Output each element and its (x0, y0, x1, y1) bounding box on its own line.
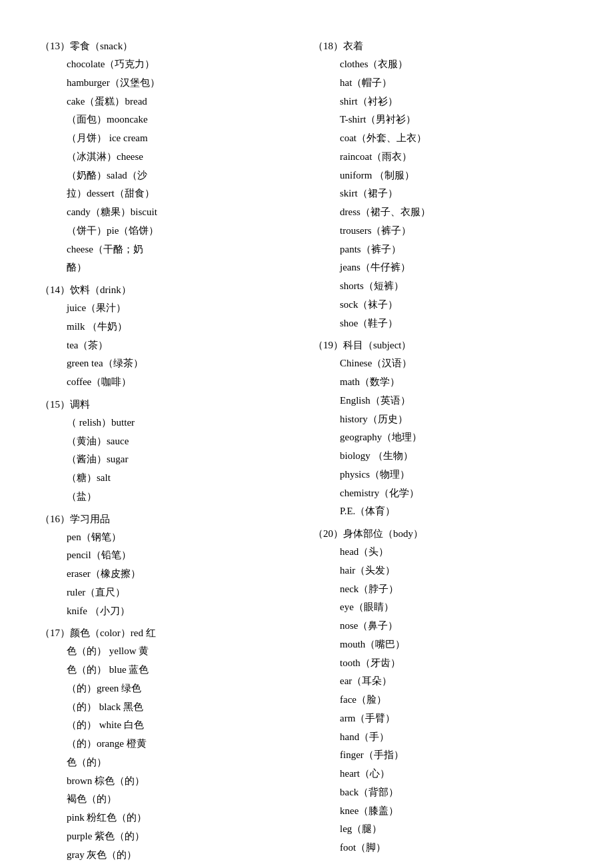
list-item: head（头） (340, 543, 573, 562)
category-block-cat16: （16）学习用品pen（钢笔）pencil（铅笔）eraser（橡皮擦）rule… (40, 513, 300, 621)
list-item: ear（耳朵） (340, 672, 573, 691)
list-item: chemistry（化学） (340, 484, 573, 503)
list-item: 色（的） yellow 黄 (67, 642, 300, 661)
category-title-cat20: （20）身体部位（body） (313, 528, 573, 540)
list-item: P.E.（体育） (340, 502, 573, 521)
list-item: physics（物理） (340, 466, 573, 484)
category-title-cat13: （13）零食（snack） (40, 40, 300, 53)
list-item: tea（茶） (67, 336, 300, 355)
category-block-cat14: （14）饮料（drink）juice（果汁）milk （牛奶）tea（茶）gre… (40, 284, 300, 392)
list-item: hamburger（汉堡包） (67, 74, 300, 93)
list-item: 酪） (67, 258, 300, 277)
items-list-cat14: juice（果汁）milk （牛奶）tea（茶）green tea（绿茶）cof… (40, 299, 300, 392)
list-item: 色（的） (67, 753, 300, 772)
category-block-cat20: （20）身体部位（body）head（头）hair（头发）neck（脖子）eye… (313, 528, 573, 857)
list-item: chocolate（巧克力） (67, 55, 300, 74)
list-item: hat（帽子） (340, 74, 573, 93)
list-item: geography（地理） (340, 428, 573, 447)
category-title-cat17: （17）颜色（color）red 红 (40, 627, 300, 640)
list-item: purple 紫色（的） (67, 827, 300, 846)
list-item: eye（眼睛） (340, 598, 573, 617)
list-item: shorts（短裤） (340, 277, 573, 296)
list-item: pen（钢笔） (67, 528, 300, 547)
list-item: hair（头发） (340, 562, 573, 580)
list-item: （面包）mooncake (67, 111, 300, 129)
list-item: history（历史） (340, 410, 573, 429)
category-title-cat18: （18）衣着 (313, 40, 573, 53)
list-item: skirt（裙子） (340, 185, 573, 203)
list-item: brown 棕色（的） (67, 772, 300, 791)
list-item: finger（手指） (340, 746, 573, 765)
list-item: milk （牛奶） (67, 318, 300, 336)
list-item: （的）green 绿色 (67, 679, 300, 698)
list-item: hand（手） (340, 728, 573, 747)
main-content: （13）零食（snack）chocolate（巧克力）hamburger（汉堡包… (40, 40, 573, 868)
list-item: 拉）dessert（甜食） (67, 185, 300, 203)
category-title-cat16: （16）学习用品 (40, 513, 300, 526)
list-item: raincoat（雨衣） (340, 148, 573, 167)
items-list-cat20: head（头）hair（头发）neck（脖子）eye（眼睛）nose（鼻子）mo… (313, 543, 573, 857)
items-list-cat16: pen（钢笔）pencil（铅笔）eraser（橡皮擦）ruler（直尺）kni… (40, 528, 300, 621)
items-list-cat13: chocolate（巧克力）hamburger（汉堡包）cake（蛋糕）brea… (40, 55, 300, 277)
list-item: foot（脚） (340, 839, 573, 857)
items-list-cat18: clothes（衣服）hat（帽子）shirt（衬衫）T-shirt（男衬衫）c… (313, 55, 573, 332)
list-item: ruler（直尺） (67, 584, 300, 602)
category-title-cat19: （19）科目（subject） (313, 339, 573, 352)
category-title-cat14: （14）饮料（drink） (40, 284, 300, 296)
category-block-cat18: （18）衣着clothes（衣服）hat（帽子）shirt（衬衫）T-shirt… (313, 40, 573, 332)
list-item: （ relish）butter (67, 414, 300, 432)
list-item: coffee（咖啡） (67, 373, 300, 392)
list-item: candy（糖果）biscuit (67, 203, 300, 222)
list-item: T-shirt（男衬衫） (340, 111, 573, 129)
list-item: pants（裤子） (340, 240, 573, 259)
list-item: eraser（橡皮擦） (67, 565, 300, 584)
list-item: （糖）salt (67, 469, 300, 488)
list-item: （奶酪）salad（沙 (67, 167, 300, 185)
list-item: 褐色（的） (67, 790, 300, 809)
category-title-cat15: （15）调料 (40, 398, 300, 411)
list-item: （的）orange 橙黄 (67, 735, 300, 753)
list-item: uniform （制服） (340, 167, 573, 185)
items-list-cat19: Chinese（汉语）math（数学）English（英语）history（历史… (313, 354, 573, 521)
list-item: sock（袜子） (340, 296, 573, 314)
list-item: （的） white 白色 (67, 716, 300, 735)
list-item: nose（鼻子） (340, 617, 573, 636)
list-item: juice（果汁） (67, 299, 300, 318)
list-item: pink 粉红色（的） (67, 809, 300, 827)
list-item: jeans（牛仔裤） (340, 258, 573, 277)
category-block-cat19: （19）科目（subject）Chinese（汉语）math（数学）Englis… (313, 339, 573, 521)
list-item: knee（膝盖） (340, 802, 573, 821)
left-column: （13）零食（snack）chocolate（巧克力）hamburger（汉堡包… (40, 40, 313, 868)
list-item: arm（手臂） (340, 709, 573, 728)
list-item: English（英语） (340, 392, 573, 410)
list-item: math（数学） (340, 373, 573, 392)
list-item: （的） black 黑色 (67, 698, 300, 717)
list-item: neck（脖子） (340, 580, 573, 599)
list-item: knife （小刀） (67, 602, 300, 621)
list-item: cheese（干酪；奶 (67, 240, 300, 259)
list-item: leg（腿） (340, 820, 573, 839)
list-item: gray 灰色（的） (67, 846, 300, 865)
list-item: pencil（铅笔） (67, 546, 300, 565)
list-item: heart（心） (340, 765, 573, 783)
list-item: （酱油）sugar (67, 450, 300, 469)
list-item: dress（裙子、衣服） (340, 203, 573, 222)
list-item: biology （生物） (340, 447, 573, 466)
list-item: （冰淇淋）cheese (67, 148, 300, 167)
list-item: （黄油）sauce (67, 432, 300, 451)
list-item: face（脸） (340, 691, 573, 709)
list-item: clothes（衣服） (340, 55, 573, 74)
category-block-cat13: （13）零食（snack）chocolate（巧克力）hamburger（汉堡包… (40, 40, 300, 277)
list-item: trousers（裤子） (340, 222, 573, 240)
category-block-cat15: （15）调料（ relish）butter（黄油）sauce（酱油）sugar（… (40, 398, 300, 506)
items-list-cat17: 色（的） yellow 黄色（的） blue 蓝色（的）green 绿色（的） … (40, 642, 300, 864)
items-list-cat15: （ relish）butter（黄油）sauce（酱油）sugar（糖）salt… (40, 414, 300, 506)
list-item: back（背部） (340, 783, 573, 802)
list-item: coat（外套、上衣） (340, 129, 573, 148)
list-item: cake（蛋糕）bread (67, 93, 300, 111)
list-item: mouth（嘴巴） (340, 636, 573, 654)
right-column: （18）衣着clothes（衣服）hat（帽子）shirt（衬衫）T-shirt… (313, 40, 573, 868)
list-item: shoe（鞋子） (340, 314, 573, 333)
category-block-cat17: （17）颜色（color）red 红色（的） yellow 黄色（的） blue… (40, 627, 300, 864)
list-item: green tea（绿茶） (67, 354, 300, 373)
